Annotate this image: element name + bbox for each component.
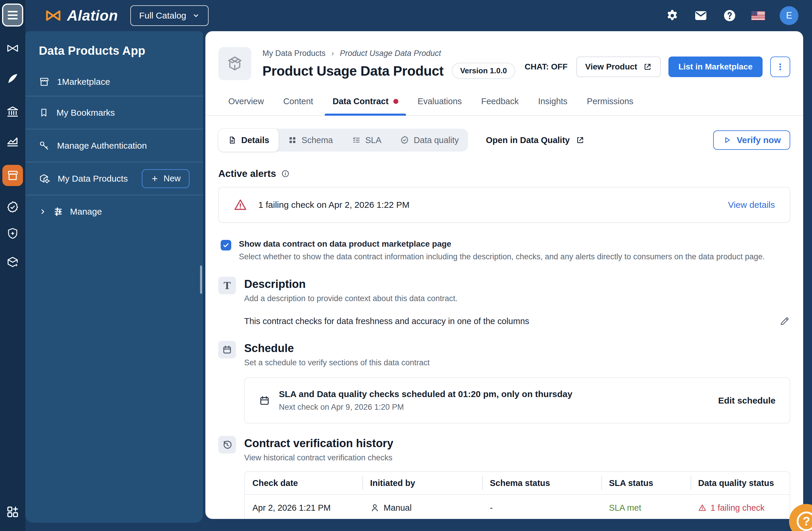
column-header-dq-status: Data quality status: [691, 472, 789, 494]
list-in-marketplace-label: List in Marketplace: [679, 62, 753, 72]
alert-triangle-icon: [698, 504, 706, 512]
segment-sla[interactable]: SLA: [343, 129, 391, 152]
help-button[interactable]: [723, 9, 737, 23]
calendar-icon: [222, 345, 232, 355]
storefront-rail-item-active[interactable]: [2, 165, 23, 186]
column-header-sla-status: SLA status: [601, 472, 691, 494]
plus-icon: [151, 174, 159, 183]
schedule-summary: SLA and Data quality checks scheduled at…: [279, 389, 572, 399]
view-product-button[interactable]: View Product: [576, 57, 661, 77]
description-section-icon-tile: T: [218, 277, 236, 295]
list-in-marketplace-button[interactable]: List in Marketplace: [668, 57, 763, 77]
tab-evaluations[interactable]: Evaluations: [418, 97, 462, 115]
storefront-icon: [6, 169, 19, 182]
feather-icon[interactable]: [6, 72, 19, 85]
user-avatar[interactable]: E: [780, 6, 798, 25]
product-header-text: My Data Products › Product Usage Data Pr…: [262, 47, 515, 79]
bookmark-icon: [39, 108, 49, 118]
alert-card: 1 failing check on Apr 2, 2026 1:22 PM V…: [218, 187, 790, 223]
show-contract-label: Show data contract on data product marke…: [239, 239, 765, 249]
bank-icon[interactable]: [6, 105, 19, 118]
alation-mark-icon[interactable]: [6, 42, 19, 55]
verify-now-button[interactable]: Verify now: [713, 130, 790, 150]
schedule-body: Schedule Set a schedule to verify sectio…: [244, 341, 790, 424]
tab-overview[interactable]: Overview: [228, 97, 264, 115]
cell-initiated-by: Manual: [362, 503, 482, 513]
new-data-product-button[interactable]: New: [142, 169, 189, 188]
area-chart-icon[interactable]: [6, 135, 19, 148]
settings-gear-button[interactable]: [666, 9, 679, 23]
segment-data-quality[interactable]: Data quality: [391, 129, 468, 152]
schedule-section: Schedule Set a schedule to verify sectio…: [218, 341, 790, 424]
avatar-initial: E: [786, 10, 792, 21]
contract-toolbar: Details Schema SLA Data quality Open in …: [218, 129, 790, 152]
schedule-section-icon-tile: [218, 341, 236, 359]
alation-logo-mark-icon: [44, 8, 63, 24]
sidebar-item-my-data-products[interactable]: My Data Products New: [25, 162, 203, 195]
tab-data-contract-label: Data Contract: [332, 97, 388, 106]
sidebar-item-marketplace[interactable]: 1Marketplace: [25, 68, 203, 96]
tab-feedback[interactable]: Feedback: [481, 97, 519, 115]
top-bar: Alation Full Catalog E: [25, 0, 812, 31]
full-catalog-dropdown[interactable]: Full Catalog: [130, 5, 208, 26]
segment-schema[interactable]: Schema: [279, 129, 342, 152]
sidebar-item-label: My Bookmarks: [57, 108, 115, 118]
view-product-label: View Product: [585, 62, 637, 72]
gear-icon: [666, 9, 679, 23]
question-mark-icon: ?: [797, 512, 812, 531]
tab-bar: Overview Content Data Contract Evaluatio…: [205, 97, 803, 116]
box-sparkle-icon[interactable]: [6, 256, 19, 269]
external-link-icon: [643, 62, 652, 71]
breadcrumb-current: Product Usage Data Product: [340, 49, 441, 58]
tab-permissions[interactable]: Permissions: [587, 97, 634, 115]
sidebar-title: Data Products App: [25, 31, 203, 68]
table-row[interactable]: Apr 2, 2026 1:21 PM Manual - SLA met 1 f…: [245, 494, 789, 519]
messages-button[interactable]: [694, 9, 708, 23]
column-header-schema-status: Schema status: [482, 472, 601, 494]
language-flag-button[interactable]: [751, 11, 765, 20]
apps-plus-icon[interactable]: [6, 505, 19, 519]
sidebar-item-manage[interactable]: Manage: [25, 195, 203, 228]
schedule-heading: Schedule: [244, 342, 790, 355]
sidebar-scrollbar-thumb[interactable]: [200, 266, 202, 294]
sidebar-item-bookmarks[interactable]: My Bookmarks: [25, 96, 203, 129]
badge-check-icon[interactable]: [6, 201, 19, 214]
more-options-button[interactable]: [770, 57, 790, 77]
info-icon[interactable]: [281, 170, 290, 178]
alert-triangle-icon: [234, 198, 247, 212]
initiated-by-value: Manual: [383, 503, 411, 513]
view-details-link[interactable]: View details: [728, 200, 775, 210]
edit-schedule-button[interactable]: Edit schedule: [718, 396, 775, 406]
open-in-data-quality-link[interactable]: Open in Data Quality: [486, 135, 584, 145]
tab-insights[interactable]: Insights: [538, 97, 567, 115]
breadcrumb-root-link[interactable]: My Data Products: [262, 49, 326, 58]
schedule-card-text: SLA and Data quality checks scheduled at…: [279, 389, 572, 412]
tab-content[interactable]: Content: [283, 97, 313, 115]
history-section: Contract verification history View histo…: [218, 436, 790, 519]
show-contract-checkbox[interactable]: [221, 240, 231, 250]
alation-logo[interactable]: Alation: [44, 7, 118, 24]
sidebar-item-manage-authentication[interactable]: Manage Authentication: [25, 129, 203, 162]
verify-now-label: Verify now: [737, 135, 781, 145]
segment-details[interactable]: Details: [218, 129, 279, 152]
calendar-icon: [259, 395, 270, 406]
left-rail: [0, 0, 25, 531]
mail-icon: [694, 9, 708, 23]
play-icon: [723, 136, 731, 145]
tab-data-contract[interactable]: Data Contract: [332, 97, 398, 115]
shield-icon[interactable]: [6, 227, 19, 240]
page-title: Product Usage Data Product: [262, 63, 444, 79]
hamburger-menu-button[interactable]: [2, 3, 23, 27]
verification-history-table: Check date Initiated by Schema status SL…: [244, 471, 790, 519]
app-root: Alation Full Catalog E Data Produc: [0, 0, 812, 531]
show-contract-toggle-row: Show data contract on data product marke…: [218, 239, 790, 261]
description-body: Description Add a description to provide…: [244, 277, 790, 327]
alert-dot: [393, 99, 398, 104]
document-icon: [228, 136, 236, 145]
full-catalog-label: Full Catalog: [139, 11, 186, 20]
segment-sla-label: SLA: [365, 135, 381, 145]
edit-pencil-icon[interactable]: [779, 316, 790, 327]
cell-sla-status: SLA met: [601, 503, 691, 513]
breadcrumb-separator: ›: [332, 49, 334, 58]
badge-check-icon: [400, 136, 409, 145]
